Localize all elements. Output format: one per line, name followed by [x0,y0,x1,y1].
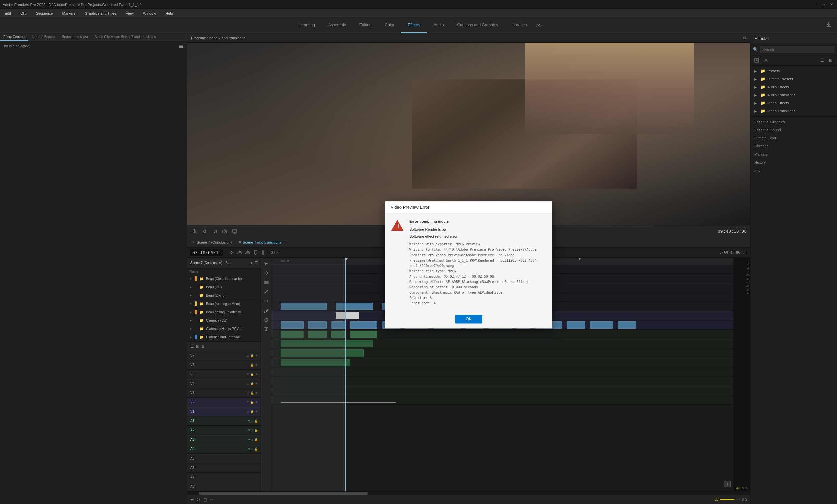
dialog-ok-button[interactable]: OK [455,315,482,323]
list-item[interactable]: ▸ 📁 Clarence (CU) [188,316,261,325]
track-sync-btn[interactable]: ⊡ [247,363,249,367]
mark-in-btn[interactable] [201,228,208,235]
section-lumetri-color[interactable]: Lumetri Color [750,134,837,142]
menu-help[interactable]: Help [163,11,175,16]
clip-block[interactable] [590,321,613,329]
tree-item-presets[interactable]: ▶ 📁 Presets [750,67,837,75]
bin-menu-btn[interactable]: ☰ [255,261,258,265]
tree-item-lumetri-presets[interactable]: ▶ 📁 Lumetri Presets [750,75,837,83]
menu-clip[interactable]: Clip [18,11,29,16]
tab-libraries[interactable]: Libraries [504,17,533,33]
list-view-btn[interactable]: ☰ [190,344,194,349]
track-eye-btn[interactable]: 👁 [255,354,258,357]
tree-item-audio-transitions[interactable]: ▶ 📁 Audio Transitions [750,91,837,99]
tree-item-video-effects[interactable]: ▶ 📁 Video Effects [750,99,837,107]
track-lock-btn[interactable]: 🔒 [250,401,254,404]
razor-tool-btn[interactable] [262,287,270,296]
track-solo-btn[interactable]: S [251,438,253,442]
extract-btn[interactable] [244,249,251,256]
audio-clip[interactable] [350,331,378,338]
zoom-slider-track[interactable] [720,499,740,500]
markers-btn[interactable] [252,249,259,256]
close-button[interactable]: ✕ [828,2,834,8]
list-view-btn[interactable]: ☰ [818,57,825,64]
ripple-delete-btn[interactable] [228,249,235,256]
slip-tool-btn[interactable] [262,297,270,305]
track-lock-btn[interactable]: 🔒 [250,354,254,357]
list-item[interactable]: ▸ 📁 Beau (Dying) [188,291,261,300]
track-sync-btn[interactable]: ⊡ [247,401,249,404]
link-selection-btn[interactable]: ⛓ [197,497,200,502]
panel-menu-icon[interactable] [179,44,184,50]
selection-tool-btn[interactable] [262,260,270,267]
list-item[interactable]: ▸ 📁 Beau (Close Up near hol [188,275,261,283]
waveform-btn[interactable]: 〰 [210,497,214,502]
photo-btn[interactable] [221,228,228,235]
track-lock-btn[interactable]: 🔒 [254,429,258,432]
clip-block[interactable] [350,321,378,329]
lift-btn[interactable] [236,249,243,256]
track-lock-btn[interactable]: 🔒 [250,373,254,376]
mark-out-btn[interactable] [211,228,218,235]
clip-block[interactable] [567,321,585,329]
more-workspaces-button[interactable]: >> [534,23,545,28]
section-essential-sound[interactable]: Essential Sound [750,126,837,134]
track-lock-btn[interactable]: 🔒 [250,363,254,367]
ripple-edit-btn[interactable] [262,278,270,286]
clip-block[interactable] [618,321,636,329]
track-select-btn[interactable] [262,269,270,277]
expand-bin-btn[interactable]: ▸ [251,261,253,265]
track-lock-btn[interactable]: 🔒 [254,419,258,423]
tree-item-video-transitions[interactable]: ▶ 📁 Video Transitions [750,107,837,115]
track-lock-btn[interactable]: 🔒 [250,382,254,385]
delete-preset-btn[interactable] [762,57,770,64]
monitor-settings-icon[interactable]: ⚙ [743,36,747,40]
section-history[interactable]: History [750,158,837,166]
tab-assembly[interactable]: Assembly [322,17,353,33]
tab-audio-clip-mixer[interactable]: Audio Clip Mixer: Scene 7 and transition… [91,34,159,41]
icon-view-btn[interactable]: ⊞ [196,344,199,349]
section-markers[interactable]: Markers [750,150,837,158]
tab-effect-controls[interactable]: Effect Controls [0,34,29,41]
close-sequence-btn[interactable]: ✕ [191,240,194,244]
zoom-in-btn[interactable] [191,228,198,235]
search-bin-btn[interactable]: ⊕ [201,344,204,349]
section-libraries[interactable]: Libraries [750,142,837,150]
list-item[interactable]: ▸ 📁 Beau (CU) [188,283,261,291]
track-eye-btn[interactable]: 👁 [255,410,258,413]
list-item[interactable]: ▸ 📁 Beau getting up after m... [188,308,261,316]
icon-view-btn[interactable]: ⊞ [827,57,834,64]
list-item[interactable]: ▸ 📁 Clarence and Loretta(ru [188,333,261,341]
export-button[interactable] [825,22,832,29]
hand-tool-btn[interactable] [262,316,270,324]
minimize-button[interactable]: ─ [812,2,818,8]
track-eye-btn[interactable]: 👁 [255,363,258,367]
track-mute-btn[interactable]: M [248,429,250,432]
menu-markers[interactable]: Markers [60,11,77,16]
menu-graphics-titles[interactable]: Graphics and Titles [83,11,118,16]
track-lock-btn[interactable]: 🔒 [250,391,254,395]
scrollbar-thumb[interactable] [199,492,368,494]
track-eye-btn[interactable]: 👁 [255,391,258,395]
track-solo-btn[interactable]: S [251,429,253,432]
track-sync-btn[interactable]: ⊡ [247,391,249,395]
menu-edit[interactable]: Edit [3,11,13,16]
track-sync-btn[interactable]: ⊡ [247,410,249,413]
tab-learning[interactable]: Learning [292,17,322,33]
tab-editing[interactable]: Editing [353,17,378,33]
tab-lumetri-scopes[interactable]: Lumetri Scopes [29,34,58,41]
timeline-scrollbar[interactable] [188,491,750,494]
add-track-button[interactable]: + [724,481,731,487]
tab-captions-graphics[interactable]: Captions and Graphics [450,17,504,33]
close-tab-btn[interactable]: ✕ [238,240,242,244]
track-solo-btn[interactable]: S [251,447,253,451]
timeline-tab-scene7-transitions[interactable]: Scene 7 and transitions [243,241,281,244]
menu-window[interactable]: Window [141,11,158,16]
track-mute-btn[interactable]: M [248,419,250,423]
list-item[interactable]: ▸ 📁 Clarence (Hanks POV- d [188,325,261,333]
track-mute-btn[interactable]: M [248,438,250,442]
timeline-tab-menu-btn[interactable]: ☰ [283,240,287,244]
track-sync-btn[interactable]: ⊡ [247,373,249,376]
tab-audio[interactable]: Audio [427,17,451,33]
list-item[interactable]: ▸ 📁 Beau (running to Mom) [188,300,261,308]
